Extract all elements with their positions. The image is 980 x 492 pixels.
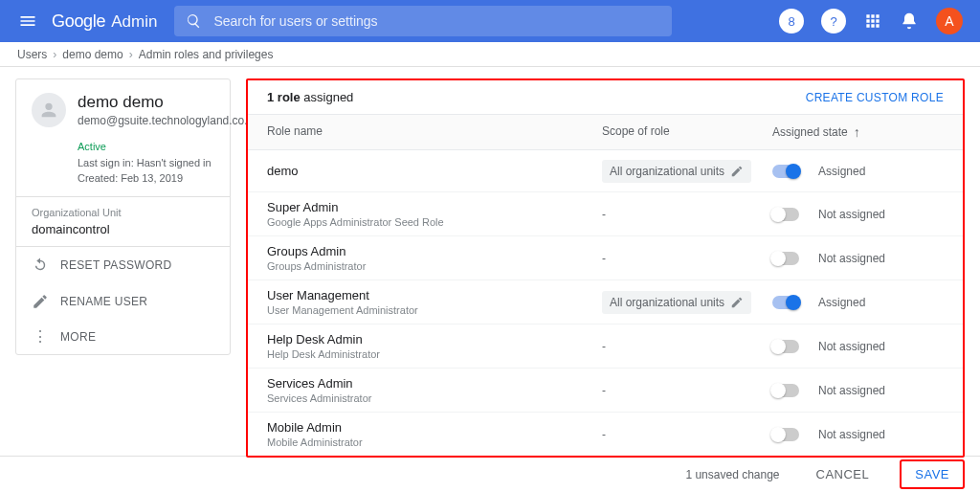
column-state[interactable]: Assigned state ↑ xyxy=(772,124,944,140)
search-input[interactable] xyxy=(213,13,660,29)
hamburger-icon xyxy=(18,11,37,31)
assigned-state-label: Not assigned xyxy=(818,340,885,353)
roles-panel: 1 role assigned CREATE CUSTOM ROLE Role … xyxy=(246,78,965,458)
org-unit-value: domaincontrol xyxy=(32,222,214,236)
role-row: Services AdminServices Administrator-Not… xyxy=(248,369,963,413)
user-name: demo demo xyxy=(78,93,257,112)
person-icon xyxy=(38,100,59,121)
help-button[interactable]: ? xyxy=(821,9,846,34)
role-row: Super AdminGoogle Apps Administrator See… xyxy=(248,192,963,236)
main-menu-button[interactable] xyxy=(8,11,48,31)
reset-password-button[interactable]: RESET PASSWORD xyxy=(16,247,230,283)
scope-empty: - xyxy=(602,428,606,441)
assigned-state-label: Not assigned xyxy=(818,428,885,441)
user-created: Created: Feb 13, 2019 xyxy=(78,170,214,187)
role-name: Services Admin xyxy=(267,376,602,391)
role-desc: Help Desk Administrator xyxy=(267,348,602,360)
user-last-signin: Last sign in: Hasn't signed in xyxy=(78,155,214,171)
apps-grid-icon[interactable] xyxy=(863,11,882,31)
breadcrumb: Users › demo demo › Admin roles and priv… xyxy=(0,42,980,67)
brand-logo: Google Admin xyxy=(52,11,157,32)
more-label: MORE xyxy=(60,330,96,344)
roles-list: demoAll organizational units AssignedSup… xyxy=(248,150,963,456)
breadcrumb-item: Admin roles and privileges xyxy=(139,48,274,61)
role-desc: Google Apps Administrator Seed Role xyxy=(267,216,602,228)
pencil-icon xyxy=(730,165,744,178)
search-box[interactable] xyxy=(174,6,672,36)
scope-chip[interactable]: All organizational units xyxy=(602,160,751,183)
org-unit-label: Organizational Unit xyxy=(32,207,214,218)
breadcrumb-item[interactable]: Users xyxy=(17,48,47,61)
column-scope[interactable]: Scope of role xyxy=(602,124,772,140)
role-desc: User Management Administrator xyxy=(267,304,602,316)
role-name: Mobile Admin xyxy=(267,420,602,435)
role-desc: Mobile Administrator xyxy=(267,436,602,448)
account-avatar[interactable]: A xyxy=(936,8,963,34)
scope-empty: - xyxy=(602,208,606,221)
role-name: Help Desk Admin xyxy=(267,332,602,347)
role-name: demo xyxy=(267,164,602,178)
app-header: Google Admin 8 ? A xyxy=(0,0,980,42)
assigned-toggle[interactable] xyxy=(772,208,799,221)
role-name: Groups Admin xyxy=(267,244,602,258)
refresh-icon xyxy=(32,257,49,274)
pencil-icon xyxy=(730,296,744,309)
breadcrumb-item[interactable]: demo demo xyxy=(62,48,122,61)
user-avatar xyxy=(32,93,66,127)
assigned-toggle[interactable] xyxy=(772,296,799,309)
column-role-name[interactable]: Role name xyxy=(267,124,602,140)
assigned-toggle[interactable] xyxy=(772,252,799,265)
role-name: Super Admin xyxy=(267,200,602,214)
scope-empty: - xyxy=(602,340,606,353)
rename-user-label: RENAME USER xyxy=(60,295,147,308)
reset-password-label: RESET PASSWORD xyxy=(60,258,171,272)
assigned-toggle[interactable] xyxy=(772,384,799,397)
notifications-icon[interactable] xyxy=(900,11,919,31)
rename-user-button[interactable]: RENAME USER xyxy=(16,283,230,320)
assigned-toggle[interactable] xyxy=(772,165,799,178)
save-button[interactable]: SAVE xyxy=(900,459,965,489)
panel-title: 1 role assigned xyxy=(267,90,353,104)
role-row: Help Desk AdminHelp Desk Administrator-N… xyxy=(248,324,963,369)
table-header: Role name Scope of role Assigned state ↑ xyxy=(248,115,963,150)
cancel-button[interactable]: CANCEL xyxy=(803,461,883,487)
scope-empty: - xyxy=(602,384,606,397)
scope-chip[interactable]: All organizational units xyxy=(602,291,751,314)
assigned-toggle[interactable] xyxy=(772,340,799,353)
scope-empty: - xyxy=(602,252,606,265)
more-vert-icon: ⋮ xyxy=(32,329,49,345)
role-row: Mobile AdminMobile Administrator-Not ass… xyxy=(248,413,963,456)
assigned-state-label: Assigned xyxy=(818,296,865,309)
assigned-state-label: Assigned xyxy=(818,165,865,178)
role-row: User ManagementUser Management Administr… xyxy=(248,280,963,324)
roles-main: 1 role assigned CREATE CUSTOM ROLE Role … xyxy=(246,67,980,456)
user-email: demo@gsuite.technologyland.co.th xyxy=(78,114,257,127)
chevron-right-icon: › xyxy=(129,48,133,61)
user-status: Active xyxy=(78,139,214,155)
role-row: demoAll organizational units Assigned xyxy=(248,150,963,192)
sort-up-icon: ↑ xyxy=(854,124,860,140)
brand-google: Google xyxy=(52,11,105,32)
role-desc: Groups Administrator xyxy=(267,260,602,272)
assigned-state-label: Not assigned xyxy=(818,252,885,265)
role-row: Groups AdminGroups Administrator-Not ass… xyxy=(248,236,963,280)
chevron-right-icon: › xyxy=(53,48,56,61)
role-name: User Management xyxy=(267,288,602,302)
assigned-toggle[interactable] xyxy=(772,428,799,441)
header-badge-counter[interactable]: 8 xyxy=(779,9,804,34)
role-desc: Services Administrator xyxy=(267,392,602,404)
page-footer: 1 unsaved change CANCEL SAVE xyxy=(0,456,980,492)
more-actions-button[interactable]: ⋮ MORE xyxy=(16,320,230,354)
header-actions: 8 ? A xyxy=(779,8,963,34)
brand-admin: Admin xyxy=(111,12,157,32)
create-custom-role-button[interactable]: CREATE CUSTOM ROLE xyxy=(806,91,944,104)
assigned-state-label: Not assigned xyxy=(818,384,885,397)
pencil-icon xyxy=(32,293,49,310)
search-icon xyxy=(186,12,202,30)
user-sidebar: demo demo demo@gsuite.technologyland.co.… xyxy=(0,67,246,456)
user-card: demo demo demo@gsuite.technologyland.co.… xyxy=(15,78,231,355)
assigned-state-label: Not assigned xyxy=(818,208,885,221)
unsaved-changes-label: 1 unsaved change xyxy=(685,468,779,481)
